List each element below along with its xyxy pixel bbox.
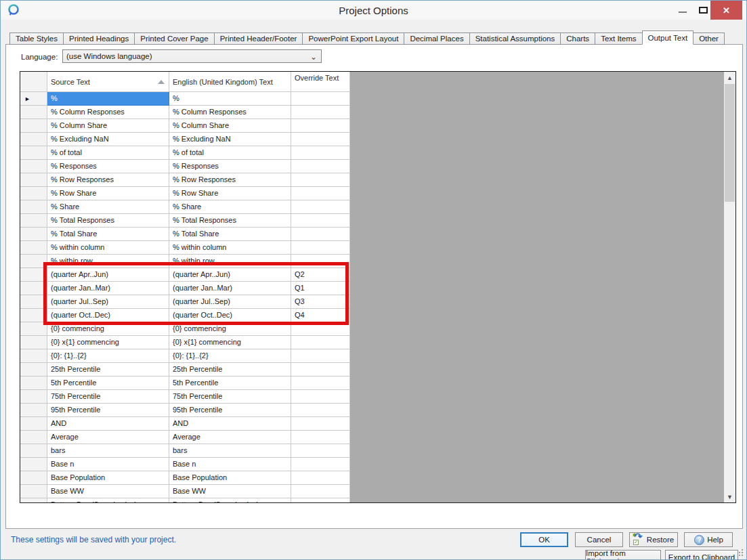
- tab-powerpoint-export-layout[interactable]: PowerPoint Export Layout: [302, 33, 404, 45]
- row-selector[interactable]: [20, 390, 47, 404]
- cell-source[interactable]: {0} x{1} commencing: [47, 336, 169, 349]
- cell-source[interactable]: % Excluding NaN: [47, 133, 169, 146]
- cell-source[interactable]: % Total Responses: [47, 214, 169, 228]
- minimize-button[interactable]: [673, 1, 693, 20]
- cell-override[interactable]: [291, 160, 350, 173]
- cell-source[interactable]: 75th Percentile: [47, 390, 169, 404]
- cell-english[interactable]: % Excluding NaN: [169, 133, 291, 146]
- cell-source[interactable]: % Responses: [47, 160, 169, 173]
- table-row[interactable]: Base nBase n: [20, 458, 735, 471]
- table-row[interactable]: (quarter Oct..Dec)(quarter Oct..Dec)Q4: [20, 309, 735, 322]
- table-row[interactable]: (quarter Jul..Sep)(quarter Jul..Sep)Q3: [20, 295, 735, 309]
- table-row[interactable]: 75th Percentile75th Percentile: [20, 390, 735, 404]
- cell-source[interactable]: % Column Share: [47, 119, 169, 133]
- cell-source[interactable]: (quarter Jul..Sep): [47, 295, 169, 309]
- cell-english[interactable]: Base Population: [169, 471, 291, 485]
- cell-override[interactable]: [291, 498, 350, 503]
- cell-source[interactable]: {0} commencing: [47, 322, 169, 336]
- column-header-src[interactable]: Source Text: [47, 72, 169, 92]
- row-selector[interactable]: [20, 187, 47, 200]
- tab-statistical-assumptions[interactable]: Statistical Assumptions: [469, 33, 561, 45]
- scrollbar-thumb[interactable]: [725, 84, 735, 202]
- table-row[interactable]: Base WWBase WW: [20, 485, 735, 498]
- cell-english[interactable]: (quarter Jul..Sep): [169, 295, 291, 309]
- table-row[interactable]: % of total% of total: [20, 146, 735, 160]
- row-selector[interactable]: [20, 417, 47, 431]
- table-row[interactable]: {0} x{1} commencing{0} x{1} commencing: [20, 336, 735, 349]
- cell-override[interactable]: [291, 444, 350, 458]
- table-row[interactable]: barsbars: [20, 444, 735, 458]
- row-selector[interactable]: [20, 458, 47, 471]
- table-row[interactable]: % within row% within row: [20, 255, 735, 268]
- cell-override[interactable]: [291, 173, 350, 187]
- cell-source[interactable]: AND: [47, 417, 169, 431]
- restore-button[interactable]: ✱↷✓ Restore: [629, 532, 678, 547]
- title-bar[interactable]: Project Options ✕: [1, 1, 746, 20]
- table-row[interactable]: ANDAND: [20, 417, 735, 431]
- cell-english[interactable]: % Total Responses: [169, 214, 291, 228]
- export-to-clipboard-button[interactable]: Export to Clipboard: [665, 550, 738, 560]
- row-selector[interactable]: [20, 173, 47, 187]
- row-selector[interactable]: [20, 322, 47, 336]
- help-button[interactable]: ? Help: [684, 532, 733, 547]
- cell-override[interactable]: [291, 133, 350, 146]
- table-row[interactable]: ►%%: [20, 92, 735, 106]
- row-selector[interactable]: [20, 160, 47, 173]
- cell-english[interactable]: %: [169, 92, 291, 106]
- row-selector[interactable]: [20, 444, 47, 458]
- cell-english[interactable]: % Row Responses: [169, 173, 291, 187]
- table-row[interactable]: % Column Responses% Column Responses: [20, 106, 735, 119]
- table-row[interactable]: 95th Percentile95th Percentile: [20, 404, 735, 417]
- cell-english[interactable]: % within row: [169, 255, 291, 268]
- row-selector[interactable]: [20, 228, 47, 241]
- cell-source[interactable]: % Row Share: [47, 187, 169, 200]
- cell-source[interactable]: % of total: [47, 146, 169, 160]
- column-header-ovr[interactable]: Override Text: [291, 72, 350, 92]
- cell-source[interactable]: Base WW: [47, 485, 169, 498]
- table-row[interactable]: 25th Percentile25th Percentile: [20, 363, 735, 376]
- cell-english[interactable]: Base n: [169, 458, 291, 471]
- cell-english[interactable]: (quarter Apr..Jun): [169, 268, 291, 282]
- cell-override[interactable]: Q2: [291, 268, 350, 282]
- scroll-up-icon[interactable]: ▲: [724, 72, 735, 83]
- cell-source[interactable]: bars: [47, 444, 169, 458]
- row-selector[interactable]: [20, 255, 47, 268]
- row-selector[interactable]: [20, 363, 47, 376]
- cell-english[interactable]: Base WW: [169, 485, 291, 498]
- row-selector[interactable]: [20, 349, 47, 363]
- cell-english[interactable]: bars: [169, 444, 291, 458]
- cell-override[interactable]: [291, 200, 350, 214]
- cell-override[interactable]: [291, 349, 350, 363]
- table-row[interactable]: % Excluding NaN% Excluding NaN: [20, 133, 735, 146]
- row-selector[interactable]: [20, 336, 47, 349]
- vertical-scrollbar[interactable]: ▲ ▼: [724, 72, 735, 502]
- table-row[interactable]: % Row Share% Row Share: [20, 187, 735, 200]
- row-selector[interactable]: [20, 241, 47, 255]
- cell-override[interactable]: [291, 214, 350, 228]
- tab-charts[interactable]: Charts: [560, 33, 595, 45]
- row-selector[interactable]: [20, 133, 47, 146]
- cell-override[interactable]: [291, 228, 350, 241]
- table-row[interactable]: % within column% within column: [20, 241, 735, 255]
- cell-override[interactable]: [291, 336, 350, 349]
- cell-source[interactable]: % Share: [47, 200, 169, 214]
- cell-override[interactable]: Q4: [291, 309, 350, 322]
- table-row[interactable]: (quarter Jan..Mar)(quarter Jan..Mar)Q1: [20, 282, 735, 295]
- row-selector[interactable]: [20, 200, 47, 214]
- cell-source[interactable]: {0}: {1}..{2}: [47, 349, 169, 363]
- row-selector[interactable]: [20, 295, 47, 309]
- cell-override[interactable]: [291, 404, 350, 417]
- cell-english[interactable]: % Total Share: [169, 228, 291, 241]
- row-selector[interactable]: [20, 376, 47, 390]
- cell-english[interactable]: (quarter Oct..Dec): [169, 309, 291, 322]
- cell-english[interactable]: % Share: [169, 200, 291, 214]
- cell-english[interactable]: 75th Percentile: [169, 390, 291, 404]
- cell-source[interactable]: % Total Share: [47, 228, 169, 241]
- cell-source[interactable]: % within column: [47, 241, 169, 255]
- table-row[interactable]: Base PopulationBase Population: [20, 471, 735, 485]
- cell-source[interactable]: (quarter Apr..Jun): [47, 268, 169, 282]
- cell-english[interactable]: % Column Share: [169, 119, 291, 133]
- tab-printed-cover-page[interactable]: Printed Cover Page: [134, 33, 214, 45]
- row-selector[interactable]: [20, 309, 47, 322]
- cell-english[interactable]: % Row Share: [169, 187, 291, 200]
